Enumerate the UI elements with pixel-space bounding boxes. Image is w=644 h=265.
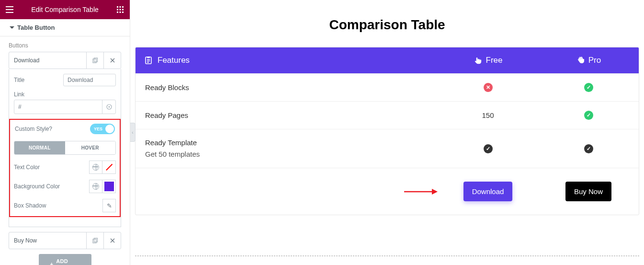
row-feature: Ready Template Get 50 templates xyxy=(136,129,438,168)
section-toggle[interactable]: Table Button xyxy=(0,19,130,36)
row-feature: Ready Blocks xyxy=(136,74,438,101)
title-input[interactable] xyxy=(63,74,116,86)
svg-rect-9 xyxy=(93,59,96,63)
global-color-button[interactable] xyxy=(89,180,102,193)
svg-rect-2 xyxy=(122,6,124,8)
box-shadow-edit[interactable]: ✎ xyxy=(102,199,116,212)
svg-marker-18 xyxy=(432,189,438,195)
caret-down-icon xyxy=(10,26,14,29)
section-label: Table Button xyxy=(17,24,55,31)
svg-rect-3 xyxy=(117,9,118,11)
box-shadow-label: Box Shadow xyxy=(14,202,46,209)
preview-title: Comparison Table xyxy=(135,17,639,33)
button-item[interactable]: Buy Now xyxy=(9,232,121,249)
sidebar-body: Buttons Download Title Link xyxy=(0,36,130,265)
sidebar: Edit Comparison Table Table Button Butto… xyxy=(0,0,130,265)
svg-rect-4 xyxy=(120,9,121,11)
comparison-table: Features Free Pro Ready Blocks ✕ ✓ Ready… xyxy=(135,47,639,215)
button-item-name: Buy Now xyxy=(9,237,86,244)
globe-icon xyxy=(92,164,99,171)
download-button[interactable]: Download xyxy=(463,182,513,201)
toggle-knob xyxy=(105,125,114,133)
svg-rect-16 xyxy=(147,57,150,58)
svg-rect-5 xyxy=(122,9,124,11)
globe-icon xyxy=(92,183,99,190)
hand-pointer-icon xyxy=(474,56,482,65)
add-item-button[interactable]: + ADD ITEM xyxy=(39,254,91,265)
row-pro: ✓ xyxy=(538,83,639,92)
table-row: Ready Template Get 50 templates ✓ ✓ xyxy=(136,129,639,168)
color-swatch xyxy=(104,182,114,191)
title-label: Title xyxy=(14,77,24,83)
cross-icon: ✕ xyxy=(484,83,493,92)
panel-title: Edit Comparison Table xyxy=(14,6,115,13)
check-icon: ✓ xyxy=(584,111,593,120)
table-row: Ready Blocks ✕ ✓ xyxy=(136,73,639,101)
grid-icon[interactable] xyxy=(115,6,125,13)
link-label: Link xyxy=(14,91,24,98)
svg-rect-7 xyxy=(120,12,121,13)
link-input[interactable] xyxy=(14,100,102,114)
title-field-row: Title xyxy=(14,74,116,86)
buttons-label: Buttons xyxy=(9,42,121,49)
hand-wave-icon xyxy=(576,56,585,65)
row-pro: ✓ xyxy=(538,111,639,120)
pencil-icon: ✎ xyxy=(107,202,112,209)
global-color-button[interactable] xyxy=(89,161,102,174)
button-item-fields: Title Link Custom Style? YES xyxy=(9,69,121,227)
svg-rect-0 xyxy=(117,6,118,8)
row-feature: Ready Pages xyxy=(136,102,438,129)
close-icon[interactable] xyxy=(103,52,121,69)
table-buttons-row: Download Buy Now xyxy=(136,168,639,215)
clipboard-icon xyxy=(144,56,153,65)
svg-rect-15 xyxy=(146,57,151,64)
bg-color-picker[interactable] xyxy=(102,180,116,193)
svg-rect-14 xyxy=(94,238,97,242)
highlight-box: Custom Style? YES NORMAL HOVER Text Colo… xyxy=(9,119,121,217)
custom-style-label: Custom Style? xyxy=(15,126,52,132)
box-shadow-row: Box Shadow ✎ xyxy=(14,199,116,212)
svg-rect-1 xyxy=(120,6,121,8)
button-item[interactable]: Download xyxy=(9,52,121,69)
row-pro: ✓ xyxy=(538,144,639,153)
table-row: Ready Pages 150 ✓ xyxy=(136,101,639,129)
bg-color-row: Background Color xyxy=(14,180,116,193)
close-icon[interactable] xyxy=(103,232,121,249)
row-free: ✕ xyxy=(438,83,538,92)
no-color-icon xyxy=(106,164,113,171)
header-features: Features xyxy=(136,47,438,73)
annotation-arrow xyxy=(404,187,438,196)
svg-rect-6 xyxy=(117,12,118,13)
buy-now-button[interactable]: Buy Now xyxy=(565,182,611,201)
svg-rect-8 xyxy=(122,12,124,13)
text-color-picker[interactable] xyxy=(102,161,116,174)
sidebar-header: Edit Comparison Table xyxy=(0,0,130,19)
duplicate-icon[interactable] xyxy=(86,232,103,249)
custom-style-row: Custom Style? YES xyxy=(14,124,116,134)
text-color-label: Text Color xyxy=(14,164,40,171)
bg-color-label: Background Color xyxy=(14,183,60,190)
add-item-label: ADD ITEM xyxy=(56,258,79,265)
collapse-handle[interactable]: ‹ xyxy=(130,123,136,142)
header-free-label: Free xyxy=(486,56,503,65)
link-field: Link xyxy=(14,91,116,114)
svg-point-12 xyxy=(108,106,110,108)
check-icon: ✓ xyxy=(484,144,493,153)
state-tabs: NORMAL HOVER xyxy=(14,141,116,155)
section-placeholder xyxy=(135,255,639,256)
gear-icon[interactable] xyxy=(102,100,115,114)
check-icon: ✓ xyxy=(584,144,593,153)
tab-hover[interactable]: HOVER xyxy=(65,141,116,154)
duplicate-icon[interactable] xyxy=(86,52,103,69)
row-feature-title: Ready Template xyxy=(145,137,428,149)
header-pro: Pro xyxy=(538,47,639,73)
text-color-row: Text Color xyxy=(14,161,116,174)
svg-rect-10 xyxy=(94,58,97,62)
table-header: Features Free Pro xyxy=(136,47,639,73)
toggle-yes: YES xyxy=(94,127,102,131)
header-pro-label: Pro xyxy=(588,56,601,65)
plus-icon: + xyxy=(50,261,54,265)
menu-icon[interactable] xyxy=(5,6,14,13)
tab-normal[interactable]: NORMAL xyxy=(14,141,65,154)
custom-style-toggle[interactable]: YES xyxy=(90,124,115,134)
